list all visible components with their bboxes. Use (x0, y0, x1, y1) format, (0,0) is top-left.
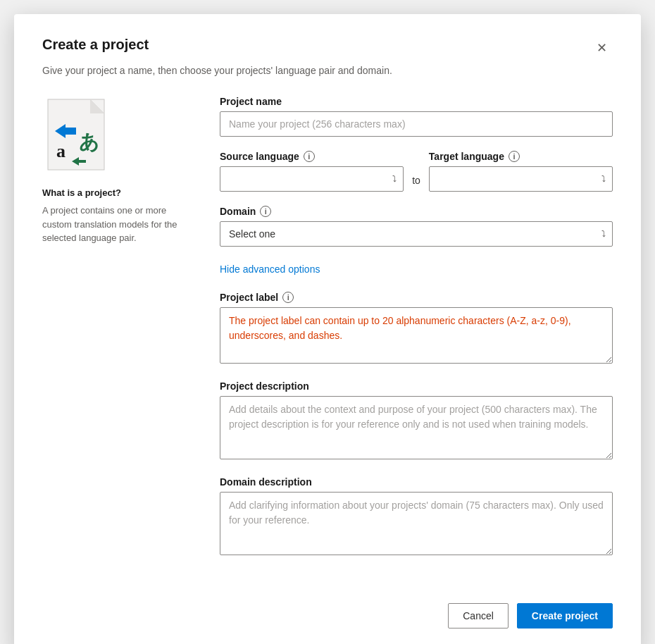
domain-select-wrapper: Select one ⤵ (220, 221, 613, 247)
project-description-input[interactable] (220, 396, 613, 459)
target-language-label: Target language i (429, 151, 613, 162)
right-panel: Project name Source language i (220, 96, 613, 572)
source-language-select[interactable] (220, 166, 404, 192)
project-name-input[interactable] (220, 111, 613, 137)
source-language-label: Source language i (220, 151, 404, 162)
close-button[interactable]: ✕ (590, 37, 613, 59)
language-row: Source language i ⤵ to Ta (220, 151, 613, 192)
svg-text:あ: あ (79, 131, 99, 153)
hide-advanced-options-button[interactable]: Hide advanced options (220, 261, 320, 278)
create-project-dialog: Create a project ✕ Give your project a n… (14, 14, 641, 644)
project-label-info-icon: i (282, 292, 294, 303)
dialog-footer: Cancel Create project (42, 592, 613, 628)
project-label-input[interactable]: The project label can contain up to 20 a… (220, 307, 613, 364)
project-description-label: Project description (220, 380, 613, 392)
project-illustration: あ a (42, 96, 120, 187)
domain-select[interactable]: Select one (220, 221, 613, 247)
create-project-button[interactable]: Create project (517, 603, 613, 628)
target-language-info-icon: i (509, 151, 520, 162)
what-is-project-description: A project contains one or more custom tr… (42, 204, 197, 245)
project-label-label: Project label i (220, 292, 613, 303)
cancel-button[interactable]: Cancel (448, 603, 509, 628)
target-language-select[interactable] (429, 166, 613, 192)
source-language-group: Source language i ⤵ (220, 151, 404, 192)
close-icon: ✕ (597, 40, 607, 56)
dialog-subtitle: Give your project a name, then choose yo… (42, 65, 613, 76)
project-description-group: Project description (220, 380, 613, 462)
domain-group: Domain i Select one ⤵ (220, 206, 613, 247)
source-language-select-wrapper: ⤵ (220, 166, 404, 192)
domain-description-input[interactable] (220, 492, 613, 555)
domain-description-group: Domain description (220, 476, 613, 558)
source-language-info-icon: i (304, 151, 315, 162)
dialog-title: Create a project (42, 37, 149, 53)
target-language-select-wrapper: ⤵ (429, 166, 613, 192)
project-name-label: Project name (220, 96, 613, 107)
advanced-options-toggle-group: Hide advanced options (220, 261, 613, 278)
language-pair-group: Source language i ⤵ to Ta (220, 151, 613, 192)
domain-description-label: Domain description (220, 476, 613, 488)
target-language-group: Target language i ⤵ (429, 151, 613, 192)
project-name-group: Project name (220, 96, 613, 137)
svg-text:a: a (56, 141, 66, 161)
what-is-project-heading: What is a project? (42, 187, 197, 198)
domain-label: Domain i (220, 206, 613, 217)
dialog-body: あ a What is a project? A project contain… (42, 96, 613, 572)
left-panel: あ a What is a project? A project contain… (42, 96, 197, 572)
domain-info-icon: i (260, 206, 271, 217)
dialog-header: Create a project ✕ (42, 37, 613, 59)
project-label-group: Project label i The project label can co… (220, 292, 613, 366)
to-label: to (412, 175, 420, 192)
